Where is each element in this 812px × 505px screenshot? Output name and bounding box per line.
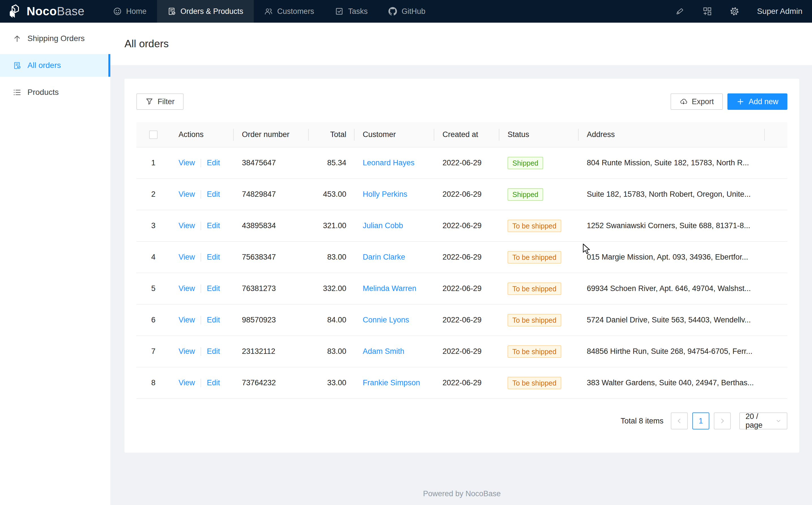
column-header-address: Address <box>579 122 765 147</box>
total-cell: 321.00 <box>309 210 354 241</box>
column-header-actions: Actions <box>170 122 234 147</box>
nocobase-logo[interactable]: NocoBase <box>0 0 95 23</box>
sidebar-item-products[interactable]: Products <box>0 81 110 104</box>
powered-by-link[interactable]: Powered by NocoBase <box>124 489 799 498</box>
page-title: All orders <box>124 38 169 50</box>
nav-item-customers[interactable]: Customers <box>254 0 325 23</box>
nav-item-home[interactable]: Home <box>103 0 157 23</box>
prev-page-button[interactable] <box>671 412 688 430</box>
created-at-cell: 2022-06-29 <box>434 147 499 179</box>
nav-item-label: Customers <box>277 7 314 16</box>
check-square-icon <box>335 7 343 16</box>
user-menu[interactable]: Super Admin <box>757 7 802 16</box>
created-at-cell: 2022-06-29 <box>434 367 499 398</box>
customer-link[interactable]: Frankie Simpson <box>363 378 420 387</box>
view-link[interactable]: View <box>179 316 195 324</box>
order-number-cell: 75638347 <box>234 241 309 273</box>
divider <box>201 253 201 262</box>
address-cell: 69934 Schoen River, Apt. 646, 49704, Wal… <box>579 273 765 304</box>
column-header-order-number: Order number <box>234 122 309 147</box>
table-row: 4 ViewEdit 75638347 83.00 Darin Clarke 2… <box>137 241 787 273</box>
edit-link[interactable]: Edit <box>207 159 220 167</box>
view-link[interactable]: View <box>179 347 195 356</box>
orders-card: Filter Export Add new <box>124 79 799 453</box>
address-cell: 383 Walter Gardens, Suite 040, 24947, Be… <box>579 367 765 398</box>
created-at-cell: 2022-06-29 <box>434 336 499 367</box>
status-badge: To be shipped <box>508 283 561 295</box>
highlighter-icon[interactable] <box>675 7 685 16</box>
edit-link[interactable]: Edit <box>207 221 220 230</box>
customer-link[interactable]: Darin Clarke <box>363 253 405 261</box>
customer-link[interactable]: Julian Cobb <box>363 221 403 230</box>
chevron-left-icon <box>676 418 683 424</box>
edit-link[interactable]: Edit <box>207 378 220 387</box>
nav-item-tasks[interactable]: Tasks <box>324 0 378 23</box>
select-all-checkbox[interactable] <box>149 131 158 139</box>
gear-icon[interactable] <box>730 7 739 16</box>
arrow-up-icon <box>13 34 21 43</box>
column-header-filler <box>765 122 787 147</box>
next-page-button[interactable] <box>714 412 731 430</box>
customer-link[interactable]: Melinda Warren <box>363 284 417 293</box>
nav-item-orders-products[interactable]: Orders & Products <box>157 0 254 23</box>
order-file-icon <box>168 7 176 16</box>
sidebar-item-shipping-orders[interactable]: Shipping Orders <box>0 27 110 50</box>
divider <box>201 316 201 324</box>
order-number-cell: 98570923 <box>234 304 309 336</box>
divider <box>201 285 201 293</box>
edit-link[interactable]: Edit <box>207 316 220 324</box>
created-at-cell: 2022-06-29 <box>434 304 499 336</box>
customer-link[interactable]: Connie Lyons <box>363 316 409 324</box>
view-link[interactable]: View <box>179 221 195 230</box>
total-cell: 83.00 <box>309 336 354 367</box>
table-row: 8 ViewEdit 73764232 33.00 Frankie Simpso… <box>137 367 787 398</box>
total-cell: 85.34 <box>309 147 354 179</box>
plugin-grid-icon[interactable] <box>703 7 712 16</box>
edit-link[interactable]: Edit <box>207 253 220 261</box>
mouse-cursor <box>582 243 592 255</box>
main-area: All orders Filter Export <box>110 23 812 505</box>
sidebar-item-label: Products <box>27 88 59 97</box>
status-badge: To be shipped <box>508 345 561 358</box>
view-link[interactable]: View <box>179 378 195 387</box>
table-row: 2 ViewEdit 74829847 453.00 Holly Perkins… <box>137 179 787 210</box>
chevron-down-icon <box>776 418 781 424</box>
export-button[interactable]: Export <box>670 94 723 110</box>
top-nav: NocoBase Home Orders & Products <box>0 0 812 23</box>
customer-link[interactable]: Leonard Hayes <box>363 159 415 167</box>
divider <box>201 379 201 387</box>
row-index: 7 <box>137 336 170 367</box>
edit-link[interactable]: Edit <box>207 190 220 198</box>
sidebar: Shipping Orders All orders Products <box>0 23 110 505</box>
view-link[interactable]: View <box>179 253 195 261</box>
page-1-button[interactable]: 1 <box>692 412 709 430</box>
nav-item-github[interactable]: GitHub <box>378 0 436 23</box>
view-link[interactable]: View <box>179 284 195 293</box>
divider <box>201 190 201 199</box>
pagination: Total 8 items 1 20 / page <box>137 412 787 430</box>
view-link[interactable]: View <box>179 159 195 167</box>
order-number-cell: 38475647 <box>234 147 309 179</box>
customer-link[interactable]: Adam Smith <box>363 347 404 356</box>
add-new-button[interactable]: Add new <box>728 94 787 110</box>
filter-button[interactable]: Filter <box>137 94 184 110</box>
sidebar-item-label: Shipping Orders <box>27 34 84 43</box>
customer-link[interactable]: Holly Perkins <box>363 190 408 198</box>
sidebar-item-all-orders[interactable]: All orders <box>0 54 110 77</box>
total-cell: 332.00 <box>309 273 354 304</box>
edit-link[interactable]: Edit <box>207 347 220 356</box>
created-at-cell: 2022-06-29 <box>434 179 499 210</box>
address-cell: 015 Margie Mission, Apt. 093, 34936, Ebe… <box>579 241 765 273</box>
filter-icon <box>146 98 153 106</box>
total-cell: 453.00 <box>309 179 354 210</box>
page-size-select[interactable]: 20 / page <box>739 412 787 430</box>
view-link[interactable]: View <box>179 190 195 198</box>
status-badge: Shipped <box>508 188 543 201</box>
divider <box>201 159 201 167</box>
edit-link[interactable]: Edit <box>207 284 220 293</box>
table-row: 7 ViewEdit 23132112 83.00 Adam Smith 202… <box>137 336 787 367</box>
order-number-cell: 74829847 <box>234 179 309 210</box>
table-row: 5 ViewEdit 76381273 332.00 Melinda Warre… <box>137 273 787 304</box>
address-cell: 1252 Swaniawski Corners, Suite 688, 8137… <box>579 210 765 241</box>
github-icon <box>388 7 397 16</box>
